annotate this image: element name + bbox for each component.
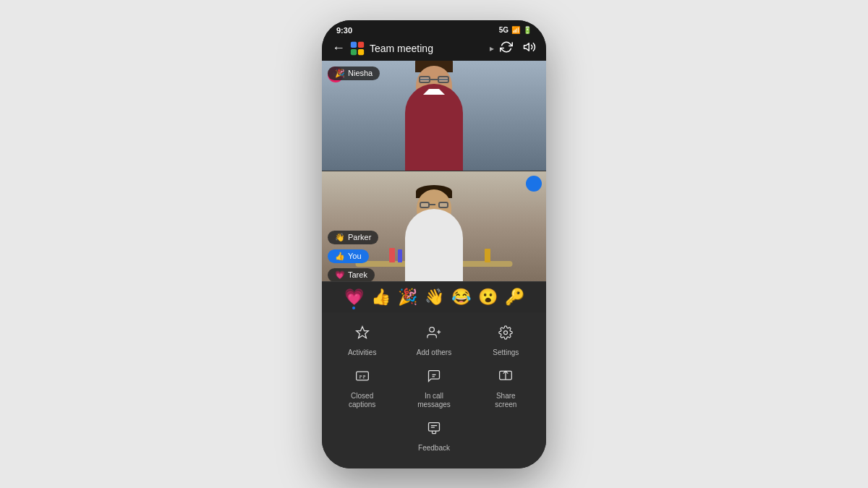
in-call-messages-label: In callmessages [417,392,451,409]
svg-rect-10 [356,372,368,380]
share-screen-icon [493,363,519,389]
menu-row-1: Activities Add others [326,320,542,357]
phone-frame: 9:30 5G 📶 🔋 ← Team meeting ▸ [322,20,546,468]
participant-label-niesha: 🎉Niesha [328,67,380,80]
participant-label-tarek: 💗Tarek [328,268,375,281]
video-area: 💗 🎉Niesha [322,61,546,281]
settings-button[interactable]: Settings [480,320,531,357]
svg-rect-2 [351,48,357,54]
title-chevron: ▸ [490,43,494,53]
nav-icons [500,40,536,56]
closed-captions-button[interactable]: Closedcaptions [337,363,388,409]
video-bottom: 👋Parker 👍You 💗Tarek [322,171,546,281]
emoji-wave[interactable]: 👋 [425,288,444,307]
share-screen-button[interactable]: Sharescreen [480,363,531,409]
network-indicator: 5G [499,26,509,34]
participant-label-you: 👍You [328,249,369,263]
person-bottom-video [322,171,546,281]
add-others-button[interactable]: Add others [409,320,459,357]
svg-rect-1 [358,41,364,47]
svg-rect-3 [358,48,364,54]
activities-label: Activities [348,348,376,357]
feedback-button[interactable]: Feedback [409,415,459,453]
meet-logo-icon [349,40,365,56]
feedback-icon [421,415,447,441]
menu-row-2: Closedcaptions In callmessages [326,363,542,409]
battery-icon: 🔋 [523,26,532,34]
emoji-reaction-bar: 💗 👍 🎉 👋 😂 😮 🔑 [322,281,546,312]
rotate-camera-button[interactable] [500,40,513,56]
svg-rect-0 [351,41,357,47]
video-top: 💗 🎉Niesha [322,61,546,171]
feedback-label: Feedback [418,444,450,453]
closed-captions-icon [349,363,375,389]
speaker-indicator-icon [526,176,542,192]
emoji-surprised[interactable]: 😮 [478,288,498,307]
add-others-icon [421,320,447,346]
emoji-party[interactable]: 🎉 [398,288,417,307]
settings-label: Settings [493,348,519,357]
svg-marker-5 [356,326,368,338]
in-call-messages-icon [421,363,447,389]
settings-icon [493,320,519,346]
emoji-laugh[interactable]: 😂 [451,288,471,307]
add-others-label: Add others [417,348,451,357]
svg-point-9 [504,330,508,334]
closed-captions-label: Closedcaptions [349,392,375,409]
status-right: 5G 📶 🔋 [499,26,532,34]
bottom-menu: Activities Add others [322,312,546,468]
svg-point-6 [430,327,435,332]
in-call-messages-button[interactable]: In callmessages [409,363,459,409]
activities-icon [349,320,375,346]
emoji-key[interactable]: 🔑 [505,288,524,307]
emoji-heart[interactable]: 💗 [344,288,364,307]
participant-label-parker: 👋Parker [328,231,378,244]
back-button[interactable]: ← [332,40,345,56]
status-time: 9:30 [336,26,352,35]
volume-button[interactable] [523,40,536,56]
svg-rect-15 [429,422,440,431]
signal-icon: 📶 [511,26,520,34]
meeting-title: Team meeting [370,43,490,54]
share-screen-label: Sharescreen [495,392,516,409]
status-bar: 9:30 5G 📶 🔋 [322,20,546,38]
activities-button[interactable]: Activities [337,320,388,357]
svg-marker-4 [524,43,529,51]
emoji-thumbsup[interactable]: 👍 [371,288,391,307]
nav-bar: ← Team meeting ▸ [322,38,546,61]
menu-row-3: Feedback [326,415,542,453]
